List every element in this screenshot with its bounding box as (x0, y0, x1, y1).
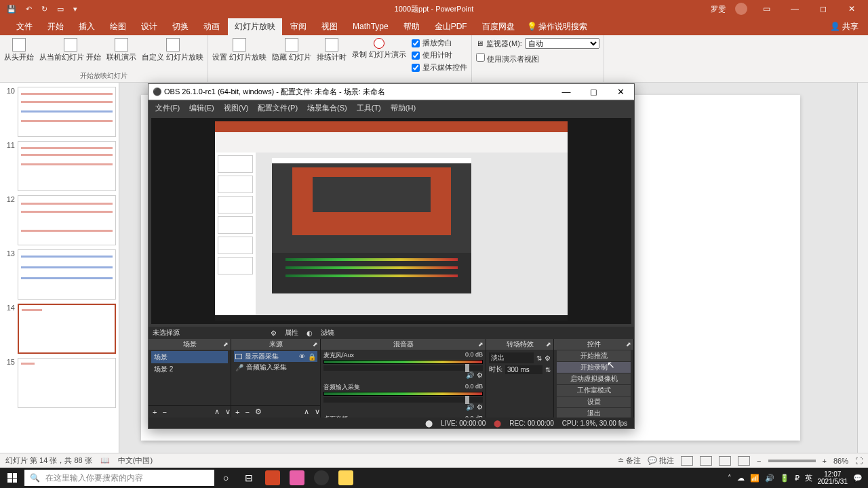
tell-me[interactable]: 操作说明搜索 (538, 21, 587, 33)
chk-narration[interactable]: 播放旁白 (412, 38, 467, 48)
sorter-view-icon[interactable] (700, 456, 712, 466)
start-record-button[interactable]: 开始录制 (557, 362, 631, 373)
zoom-out[interactable]: − (757, 457, 761, 465)
scene-2[interactable]: 场景 2 (151, 363, 228, 375)
record-show[interactable]: 录制 幻灯片演示 (352, 38, 406, 59)
remove-source[interactable]: − (245, 408, 249, 416)
tab-insert[interactable]: 插入 (72, 18, 102, 35)
popout-icon[interactable]: ⬈ (313, 341, 318, 348)
lock-icon[interactable]: 🔒 (308, 353, 316, 361)
qat-dropdown-icon[interactable]: ▾ (73, 5, 77, 14)
obs-maximize[interactable]: ◻ (580, 84, 607, 100)
chk-presenter[interactable]: 使用演示者视图 (476, 53, 539, 64)
comments-button[interactable]: 💬 批注 (648, 455, 674, 466)
fit-window-icon[interactable]: ⛶ (855, 457, 863, 465)
tab-view[interactable]: 视图 (315, 18, 344, 35)
obs-menu-profile[interactable]: 配置文件(P) (258, 103, 298, 113)
dur-spin[interactable]: ⇅ (545, 366, 551, 373)
maximize-icon[interactable]: ◻ (814, 4, 833, 14)
taskbar-powerpoint[interactable] (260, 468, 285, 488)
tray-chevron-up-icon[interactable]: ˄ (728, 474, 732, 483)
from-beginning[interactable]: 从头开始 (4, 38, 34, 62)
share-button[interactable]: 👤 共享 (830, 21, 868, 33)
tray-battery-icon[interactable]: 🔋 (780, 474, 789, 483)
scene-down[interactable]: ∨ (225, 407, 231, 416)
obs-minimize[interactable]: — (553, 84, 580, 100)
tray-network-icon[interactable]: 📶 (750, 474, 760, 483)
gear-icon[interactable]: ⚙ (545, 354, 551, 362)
source-down[interactable]: ∨ (315, 407, 320, 416)
slide-thumb-12[interactable] (18, 195, 116, 245)
tab-review[interactable]: 审阅 (283, 18, 313, 35)
gear-icon[interactable]: ⚙ (477, 403, 483, 411)
tab-draw[interactable]: 绘图 (103, 18, 133, 35)
gear-icon[interactable]: ⚙ (271, 329, 277, 337)
cortana-icon[interactable]: ○ (214, 468, 237, 488)
redo-icon[interactable]: ↻ (41, 5, 47, 14)
tab-baidu[interactable]: 百度网盘 (475, 18, 521, 35)
popout-icon[interactable]: ⬈ (626, 341, 631, 348)
source-display[interactable]: 显示器采集👁🔒 (234, 351, 317, 362)
save-icon[interactable]: 💾 (7, 5, 16, 14)
slide-thumb-13[interactable] (18, 249, 116, 300)
obs-menu-help[interactable]: 帮助(H) (391, 103, 416, 113)
tray-ime-p[interactable]: ₽ (795, 474, 800, 483)
clock[interactable]: 12:072021/5/31 (818, 470, 848, 485)
tray-volume-icon[interactable]: 🔊 (765, 474, 774, 483)
hide-slide[interactable]: 隐藏 幻灯片 (272, 38, 311, 62)
taskbar-app2[interactable] (285, 468, 309, 488)
taskbar-obs[interactable] (309, 468, 334, 488)
add-scene[interactable]: + (153, 408, 157, 416)
obs-menu-edit[interactable]: 编辑(E) (189, 103, 214, 113)
slide-thumb-11[interactable] (18, 141, 116, 191)
slideshow-view-icon[interactable] (738, 456, 750, 466)
trans-spin[interactable]: ⇅ (536, 354, 542, 362)
slide-thumb-14[interactable] (18, 304, 116, 354)
start-stream-button[interactable]: 开始推流 (557, 350, 631, 361)
obs-menu-file[interactable]: 文件(F) (155, 103, 180, 113)
eye-icon[interactable]: 👁 (299, 353, 305, 360)
source-audio[interactable]: 🎤音频输入采集 (234, 362, 317, 373)
scene-1[interactable]: 场景 (151, 351, 228, 363)
normal-view-icon[interactable] (681, 456, 693, 466)
tab-help[interactable]: 帮助 (397, 18, 427, 35)
popout-icon[interactable]: ⬈ (546, 341, 551, 348)
start-show-icon[interactable]: ▭ (57, 5, 64, 14)
custom-show[interactable]: 自定义 幻灯片放映 (142, 38, 203, 62)
from-current[interactable]: 从当前幻灯片 开始 (39, 38, 101, 62)
taskbar-explorer[interactable] (334, 468, 358, 488)
obs-titlebar[interactable]: ⚫ OBS 26.1.0-rc1 (64-bit, windows) - 配置文… (149, 84, 634, 100)
zoom-slider[interactable] (768, 460, 816, 462)
minimize-icon[interactable]: — (785, 4, 804, 14)
task-view-icon[interactable]: ⊟ (237, 468, 260, 488)
ribbon-display-icon[interactable]: ▭ (757, 4, 776, 14)
popout-icon[interactable]: ⬈ (478, 341, 484, 348)
source-up[interactable]: ∧ (304, 407, 309, 416)
exit-button[interactable]: 退出 (557, 408, 631, 418)
tab-mathtype[interactable]: MathType (346, 19, 395, 34)
setup-show[interactable]: 设置 幻灯片放映 (212, 38, 267, 62)
zoom-in[interactable]: + (823, 457, 827, 465)
avatar[interactable] (735, 3, 747, 15)
transition-select[interactable]: 淡出 (489, 352, 534, 363)
remove-scene[interactable]: − (162, 408, 166, 416)
speaker-icon[interactable]: 🔊 (466, 371, 474, 379)
source-settings[interactable]: ⚙ (255, 407, 262, 416)
tab-design[interactable]: 设计 (134, 18, 164, 35)
scrollbar-v[interactable] (857, 83, 868, 468)
tray-ime-lang[interactable]: 英 (805, 473, 812, 483)
slide-thumb-10[interactable] (18, 87, 116, 137)
popout-icon[interactable]: ⬈ (223, 341, 229, 348)
tab-slideshow[interactable]: 幻灯片放映 (228, 18, 282, 35)
mixer-ch2-slider[interactable] (323, 397, 483, 403)
monitor-select[interactable]: 自动 (525, 38, 599, 49)
tab-wpspdf[interactable]: 金山PDF (428, 18, 474, 35)
tab-animations[interactable]: 动画 (197, 18, 226, 35)
notifications-icon[interactable]: 💬 (853, 474, 863, 483)
obs-menu-scenes[interactable]: 场景集合(S) (307, 103, 347, 113)
tab-file[interactable]: 文件 (9, 18, 39, 35)
search-box[interactable]: 🔍在这里输入你要搜索的内容 (24, 470, 214, 486)
scene-up[interactable]: ∧ (214, 407, 220, 416)
chk-timings[interactable]: 使用计时 (412, 50, 467, 60)
rehearse[interactable]: 排练计时 (317, 38, 347, 62)
